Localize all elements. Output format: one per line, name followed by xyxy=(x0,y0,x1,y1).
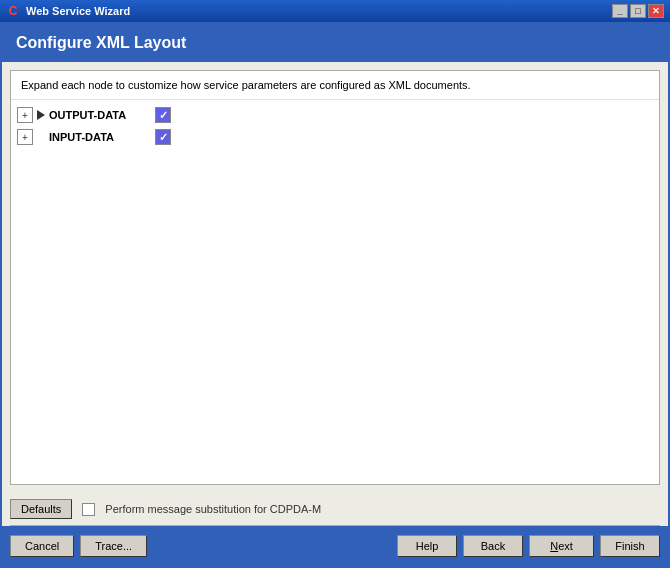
message-substitution-label: Perform message substitution for CDPDA-M xyxy=(105,503,321,515)
footer: Cancel Trace... Help Back Next Finish xyxy=(2,526,668,566)
description-text: Expand each node to customize how servic… xyxy=(11,71,659,100)
output-data-checkbox[interactable] xyxy=(155,107,171,123)
back-button[interactable]: Back xyxy=(463,535,523,557)
maximize-button[interactable]: □ xyxy=(630,4,646,18)
arrow-output-data-icon xyxy=(35,109,47,121)
next-button[interactable]: Next xyxy=(529,535,594,557)
close-button[interactable]: ✕ xyxy=(648,4,664,18)
svg-marker-0 xyxy=(37,110,45,120)
help-button[interactable]: Help xyxy=(397,535,457,557)
minimize-button[interactable]: _ xyxy=(612,4,628,18)
tree-row: + OUTPUT-DATA xyxy=(15,104,655,126)
bottom-panel: Defaults Perform message substitution fo… xyxy=(2,493,668,525)
expand-output-data-button[interactable]: + xyxy=(17,107,33,123)
content-area: Expand each node to customize how servic… xyxy=(10,70,660,485)
tree-area: + OUTPUT-DATA + INPUT-DATA xyxy=(11,100,659,484)
trace-button[interactable]: Trace... xyxy=(80,535,147,557)
title-bar: C Web Service Wizard _ □ ✕ xyxy=(0,0,670,22)
expand-input-data-button[interactable]: + xyxy=(17,129,33,145)
message-substitution-checkbox[interactable] xyxy=(82,503,95,516)
page-title-bar: Configure XML Layout xyxy=(2,24,668,62)
output-data-label: OUTPUT-DATA xyxy=(49,109,149,121)
window-title: Web Service Wizard xyxy=(26,5,612,17)
input-data-checkbox[interactable] xyxy=(155,129,171,145)
next-label: Next xyxy=(550,540,573,552)
cancel-button[interactable]: Cancel xyxy=(10,535,74,557)
input-data-label: INPUT-DATA xyxy=(49,131,149,143)
dialog: Configure XML Layout Expand each node to… xyxy=(0,22,670,568)
page-title: Configure XML Layout xyxy=(16,34,654,52)
finish-button[interactable]: Finish xyxy=(600,535,660,557)
defaults-button[interactable]: Defaults xyxy=(10,499,72,519)
window-controls: _ □ ✕ xyxy=(612,4,664,18)
tree-row: + INPUT-DATA xyxy=(15,126,655,148)
app-icon: C xyxy=(6,4,20,18)
